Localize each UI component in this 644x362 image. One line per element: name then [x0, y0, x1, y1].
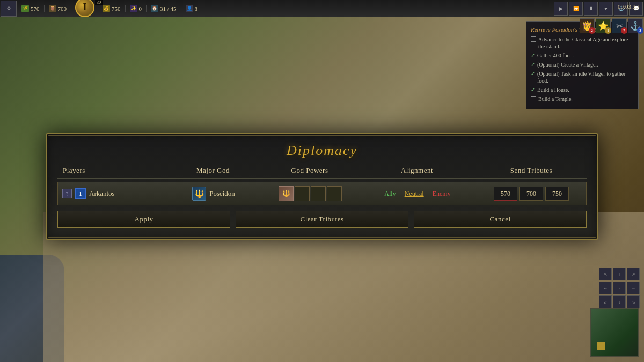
resource-food: 🌾 570 [17, 5, 45, 12]
obj-text-1: Advance to the Classical Age and explore… [538, 36, 634, 50]
food-icon: 🌾 [21, 5, 29, 12]
ctrl-btn-7[interactable]: ↙ [599, 295, 612, 308]
game-timer: 00:03:30 [618, 3, 639, 10]
age-pop-label: 30 [95, 0, 103, 5]
wood-icon: 🪵 [49, 5, 56, 12]
unit-badge-3: 7 [621, 27, 627, 34]
hud-unit-icons: 👸 2 ⭐ 1 ✂ 7 ⚓ 3 [579, 17, 644, 34]
favor-value: 0 [139, 5, 142, 12]
resource-wood: 🪵 700 [45, 5, 72, 12]
col-alignment: Alignment [358, 166, 476, 175]
player-number: 1 [75, 188, 86, 199]
obj-check-2: ✓ [531, 52, 535, 59]
player-cell-arkantos: ? 1 Arkantos [58, 186, 165, 201]
cancel-button[interactable]: Cancel [414, 211, 587, 228]
col-send-tributes: Send Tributes [476, 166, 587, 175]
ctrl-btn-8[interactable]: ↓ [613, 295, 626, 308]
obj-text-2: Gather 400 food. [537, 52, 574, 59]
tribute-gold-input[interactable]: 750 [545, 187, 569, 201]
god-power-slot-2[interactable] [295, 186, 310, 201]
col-players: Players [57, 166, 165, 175]
align-neutral-button[interactable]: Neutral [402, 189, 426, 199]
unit-icon-4[interactable]: ⚓ 3 [628, 18, 643, 33]
god-power-icon-1[interactable]: 🔱 [279, 186, 294, 201]
player-row-arkantos: ? 1 Arkantos 🔱 Poseidon 🔱 Ally [57, 182, 587, 205]
god-powers-cell: 🔱 [262, 186, 358, 201]
unit-icon-2[interactable]: ⭐ 1 [596, 18, 611, 33]
resource-favor: ✨ 0 [126, 5, 147, 12]
ctrl-btn-4[interactable]: ← [599, 282, 612, 294]
units-icon: 👤 [186, 5, 193, 12]
units-value: 8 [195, 5, 198, 12]
clear-tributes-button[interactable]: Clear Tributes [236, 211, 408, 228]
obj-check-4: ✓ [531, 70, 535, 84]
align-enemy-button[interactable]: Enemy [430, 189, 453, 199]
minimap-marker [597, 342, 605, 350]
obj-item-4: ✓ (Optional) Task an idle Villager to ga… [531, 70, 634, 84]
major-god-cell: 🔱 Poseidon [165, 187, 262, 201]
col-god-powers: God Powers [261, 166, 358, 175]
tributes-cell: 570 700 750 [477, 187, 586, 201]
align-ally-button[interactable]: Ally [382, 189, 398, 199]
hud-menu-icon[interactable]: ⚙ [1, 1, 17, 17]
obj-text-3: (Optional) Create a Villager. [537, 61, 598, 68]
obj-item-6: Build a Temple. [531, 95, 634, 102]
col-major-god: Major God [165, 166, 261, 175]
obj-item-2: ✓ Gather 400 food. [531, 52, 634, 59]
minimap[interactable] [590, 308, 639, 357]
tribute-food-input[interactable]: 570 [494, 187, 517, 201]
obj-checkbox-1[interactable] [531, 36, 536, 42]
god-power-slot-3[interactable] [311, 186, 326, 201]
unit-badge-1: 2 [589, 27, 595, 34]
dialog-buttons: Apply Clear Tributes Cancel [57, 211, 587, 228]
food-value: 570 [31, 5, 40, 12]
alignment-cell: Ally Neutral Enemy [358, 189, 477, 199]
apply-button[interactable]: Apply [57, 211, 230, 228]
fast-forward-button[interactable]: ⏩ [569, 2, 583, 16]
obj-item-5: ✓ Build a House. [531, 86, 634, 93]
diplomacy-dialog: Diplomacy Players Major God God Powers A… [46, 133, 598, 240]
god-avatar: 🔱 [192, 187, 206, 201]
player-info-button[interactable]: ? [62, 189, 72, 198]
play-button[interactable]: ▶ [554, 2, 568, 16]
obj-check-3: ✓ [531, 61, 535, 68]
hud-top-bar: ⚙ 🌾 570 🪵 700 I 30 💰 750 ✨ 0 🏠 31 / 45 👤… [0, 0, 644, 17]
obj-check-5: ✓ [531, 86, 535, 93]
favor-icon: ✨ [130, 5, 137, 12]
ctrl-btn-3[interactable]: ↗ [627, 268, 640, 280]
pop-icon: 🏠 [151, 5, 158, 12]
god-name: Poseidon [209, 189, 235, 198]
obj-text-5: Build a House. [537, 86, 569, 93]
unit-controls: ↖ ↑ ↗ ← · → ↙ ↓ ↘ [599, 268, 640, 308]
pause-button[interactable]: ⏸ [584, 2, 598, 16]
ctrl-btn-6[interactable]: → [627, 282, 640, 294]
unit-badge-4: 3 [637, 27, 643, 34]
obj-checkbox-6[interactable] [531, 96, 536, 101]
gold-icon: 💰 [103, 5, 110, 12]
age-indicator: I [75, 0, 94, 17]
player-name: Arkantos [89, 189, 115, 198]
wood-value: 700 [58, 5, 67, 12]
obj-item-1: Advance to the Classical Age and explore… [531, 36, 634, 50]
diplomacy-title: Diplomacy [57, 143, 587, 159]
resource-gold: 💰 750 [98, 5, 126, 12]
heart-button[interactable]: ♥ [599, 2, 613, 16]
gold-value: 750 [112, 5, 121, 12]
obj-text-6: Build a Temple. [538, 95, 573, 102]
unit-icon-1[interactable]: 👸 2 [580, 18, 595, 33]
table-header: Players Major God God Powers Alignment S… [57, 166, 587, 179]
tribute-wood-input[interactable]: 700 [519, 187, 543, 201]
ctrl-btn-2[interactable]: ↑ [613, 268, 626, 280]
unit-icon-3[interactable]: ✂ 7 [612, 18, 627, 33]
obj-text-4: (Optional) Task an idle Villager to gath… [537, 70, 634, 84]
ctrl-btn-9[interactable]: ↘ [627, 295, 640, 308]
ctrl-btn-1[interactable]: ↖ [599, 268, 612, 280]
god-power-slot-4[interactable] [327, 186, 342, 201]
objectives-panel: Retrieve Poseidon's Trident Advance to t… [526, 21, 639, 109]
diplomacy-table: Players Major God God Powers Alignment S… [57, 166, 587, 228]
age-symbol: I [83, 2, 86, 13]
ctrl-btn-5[interactable]: · [613, 282, 626, 294]
resource-population: 🏠 31 / 45 [147, 5, 181, 12]
unit-badge-2: 1 [605, 27, 611, 34]
resource-units: 👤 8 [181, 5, 203, 12]
